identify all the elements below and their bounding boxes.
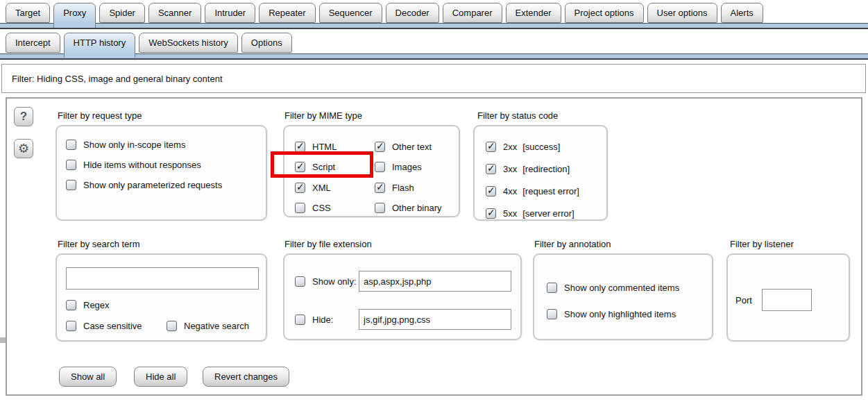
checkbox-label: Hide items without responses <box>83 160 201 170</box>
tab-sequencer[interactable]: Sequencer <box>319 3 382 23</box>
section-title-annotation: Filter by annotation <box>534 239 611 249</box>
checkbox-row-flash[interactable]: Flash <box>375 182 414 193</box>
checkbox-row-regex[interactable]: Regex <box>66 299 110 310</box>
checkbox-icon[interactable] <box>295 183 305 193</box>
checkbox-label: Show only commented items <box>564 283 679 293</box>
checkbox-icon[interactable] <box>486 142 496 152</box>
tab-decoder[interactable]: Decoder <box>386 3 439 23</box>
checkbox-label: XML <box>312 183 331 193</box>
port-input[interactable] <box>762 289 812 311</box>
section-title-search-term: Filter by search term <box>58 239 139 249</box>
revert-changes-button[interactable]: Revert changes <box>203 367 289 387</box>
tab-extender[interactable]: Extender <box>506 3 561 23</box>
checkbox-icon[interactable] <box>295 315 305 325</box>
help-icon: ? <box>20 110 27 124</box>
tab-label: Extender <box>516 8 552 18</box>
search-term-input[interactable] <box>66 267 259 290</box>
tab-label: Decoder <box>395 8 429 18</box>
show-only-extensions-input[interactable] <box>359 271 511 292</box>
section-title-listener: Filter by listener <box>730 239 794 249</box>
tab-spider[interactable]: Spider <box>99 3 145 23</box>
checkbox-label: Show only parameterized requests <box>83 180 222 190</box>
checkbox-icon[interactable] <box>295 142 305 152</box>
checkbox-row-hide-ext[interactable]: Hide: <box>295 314 333 325</box>
hide-extensions-input[interactable] <box>359 309 511 330</box>
tab-options[interactable]: Options <box>241 33 292 53</box>
show-all-button[interactable]: Show all <box>59 367 117 387</box>
tab-websockets-history[interactable]: WebSockets history <box>139 33 238 53</box>
tab-label: Intercept <box>15 37 51 48</box>
tab-intruder[interactable]: Intruder <box>205 3 255 23</box>
port-label: Port <box>735 295 752 305</box>
checkbox-row-commented[interactable]: Show only commented items <box>547 282 679 293</box>
checkbox-row-4xx[interactable]: 4xx [request error] <box>486 185 579 196</box>
tab-proxy[interactable]: Proxy <box>53 3 96 23</box>
checkbox-label: Images <box>392 162 422 172</box>
tab-intercept[interactable]: Intercept <box>6 33 60 53</box>
group-annotation <box>533 253 713 340</box>
checkbox-icon[interactable] <box>66 160 76 170</box>
tab-label: Repeater <box>269 8 305 18</box>
checkbox-row-negative-search[interactable]: Negative search <box>167 320 249 331</box>
tab-target[interactable]: Target <box>6 3 50 23</box>
section-title-file-extension: Filter by file extension <box>284 239 372 249</box>
checkbox-icon[interactable] <box>167 321 177 331</box>
checkbox-label: 3xx <box>503 164 517 174</box>
tab-repeater[interactable]: Repeater <box>259 3 315 23</box>
checkbox-icon[interactable] <box>375 142 385 152</box>
hide-all-button[interactable]: Hide all <box>134 367 187 387</box>
checkbox-icon[interactable] <box>375 183 385 193</box>
checkbox-row-show-only-ext[interactable]: Show only: <box>295 276 357 287</box>
status-note: [server error] <box>522 208 574 219</box>
checkbox-row-5xx[interactable]: 5xx [server error] <box>486 208 575 219</box>
tab-project-options[interactable]: Project options <box>565 3 644 23</box>
checkbox-icon[interactable] <box>547 309 557 319</box>
checkbox-icon[interactable] <box>66 140 76 150</box>
checkbox-row-other-text[interactable]: Other text <box>375 141 432 152</box>
help-button[interactable]: ? <box>14 107 33 126</box>
checkbox-row-hide-no-response[interactable]: Hide items without responses <box>66 159 201 170</box>
button-label: Show all <box>71 371 105 382</box>
checkbox-icon[interactable] <box>547 283 557 293</box>
section-title-status-code: Filter by status code <box>477 110 558 121</box>
gear-button[interactable]: ⚙ <box>14 139 33 158</box>
filter-banner[interactable]: Filter: Hiding CSS, image and general bi… <box>1 64 866 93</box>
checkbox-row-in-scope[interactable]: Show only in-scope items <box>66 139 185 150</box>
checkbox-icon[interactable] <box>375 203 385 213</box>
tab-label: WebSockets history <box>148 37 228 48</box>
checkbox-icon[interactable] <box>66 321 76 331</box>
checkbox-row-3xx[interactable]: 3xx [redirection] <box>486 163 570 174</box>
checkbox-row-html[interactable]: HTML <box>295 141 337 152</box>
tab-label: Alerts <box>731 8 754 18</box>
checkbox-icon[interactable] <box>66 180 76 190</box>
divider-notch <box>0 337 6 343</box>
tab-scanner[interactable]: Scanner <box>148 3 201 23</box>
tab-alerts[interactable]: Alerts <box>721 3 763 23</box>
checkbox-icon[interactable] <box>375 162 385 172</box>
tab-comparer[interactable]: Comparer <box>443 3 502 23</box>
checkbox-icon[interactable] <box>486 186 496 196</box>
checkbox-icon[interactable] <box>486 164 496 174</box>
checkbox-label: CSS <box>312 203 331 213</box>
checkbox-label: Flash <box>392 183 414 193</box>
checkbox-icon[interactable] <box>295 276 305 287</box>
highlight-box <box>271 151 373 178</box>
checkbox-row-xml[interactable]: XML <box>295 182 331 193</box>
checkbox-row-other-binary[interactable]: Other binary <box>375 202 442 213</box>
tab-user-options[interactable]: User options <box>647 3 717 23</box>
checkbox-icon[interactable] <box>66 300 76 310</box>
checkbox-row-css[interactable]: CSS <box>295 202 331 213</box>
checkbox-row-highlighted[interactable]: Show only highlighted items <box>547 308 676 319</box>
status-note: [redirection] <box>522 164 570 174</box>
checkbox-row-case-sensitive[interactable]: Case sensitive <box>66 320 142 331</box>
section-title-request-type: Filter by request type <box>58 110 142 121</box>
burp-proxy-http-history-screen: Target Proxy Spider Scanner Intruder Rep… <box>0 0 868 402</box>
checkbox-icon[interactable] <box>486 208 496 219</box>
checkbox-row-images[interactable]: Images <box>375 161 422 172</box>
button-label: Hide all <box>146 371 176 382</box>
tab-http-history[interactable]: HTTP history <box>64 33 136 53</box>
checkbox-icon[interactable] <box>295 203 305 213</box>
main-tab-bar: Target Proxy Spider Scanner Intruder Rep… <box>6 3 763 23</box>
checkbox-row-parameterized[interactable]: Show only parameterized requests <box>66 179 222 190</box>
checkbox-row-2xx[interactable]: 2xx [success] <box>486 141 560 152</box>
